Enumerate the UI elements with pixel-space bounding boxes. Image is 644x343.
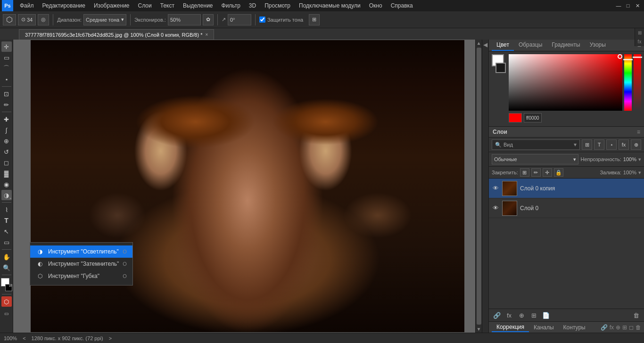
lock-transparent-btn[interactable]: ⊞ (520, 168, 529, 177)
eyedropper-tool[interactable]: ✏ (1, 99, 12, 110)
sponge-tool-option[interactable]: ⬡ Инструмент "Губка" O (30, 270, 132, 282)
delete-layer-btn[interactable]: 🗑 (631, 311, 641, 319)
scroll-down[interactable]: ▼ (476, 326, 482, 333)
menu-view[interactable]: Просмотр (261, 1, 294, 10)
filter-pixel-btn[interactable]: ⊞ (582, 139, 592, 150)
maximize-button[interactable]: □ (623, 1, 633, 10)
lock-artboard-btn[interactable]: 🔒 (554, 168, 563, 177)
scroll-up[interactable]: ▲ (476, 40, 482, 47)
menu-window[interactable]: Окно (365, 1, 386, 10)
gradients-tab[interactable]: Градиенты (547, 40, 585, 51)
quick-mask-btn[interactable]: ⬡ (1, 296, 12, 307)
scroll-thumb-v[interactable] (477, 48, 481, 325)
menu-image[interactable]: Изображение (90, 1, 133, 10)
menu-filter[interactable]: Фильтр (218, 1, 244, 10)
tool-options-icon[interactable]: ⬡ (3, 14, 16, 25)
nav-left[interactable]: < (23, 335, 25, 341)
patterns-tab[interactable]: Узоры (585, 40, 611, 51)
filter-text-btn[interactable]: ⋆ (606, 139, 617, 150)
add-style-btn[interactable]: fx (504, 311, 514, 319)
lock-pixels-btn[interactable]: ✏ (531, 168, 541, 177)
minimize-button[interactable]: — (614, 1, 623, 10)
layer-item-copy[interactable]: 👁 Слой 0 копия (489, 179, 644, 198)
shape-tool[interactable]: ▭ (1, 237, 12, 247)
lasso-tool[interactable]: ⌒ (1, 63, 12, 74)
menu-edit[interactable]: Редактирование (39, 1, 89, 10)
airbrush-btn[interactable]: ✿ (203, 14, 214, 25)
fg-bg-color-picker[interactable]: ⇌ (1, 278, 12, 291)
filter-adj-btn[interactable]: T (594, 139, 604, 150)
clone-stamp-tool[interactable]: ⊕ (1, 136, 12, 146)
background-swatch[interactable] (495, 63, 506, 73)
hex-input[interactable]: ff0000 (524, 113, 542, 122)
brush-picker[interactable]: ⊙ 34 (18, 14, 36, 25)
brush-tool[interactable]: ∫ (1, 125, 12, 135)
filter-fx-btn[interactable]: fx (619, 139, 629, 150)
standard-screen-btn[interactable]: ▭ (1, 308, 12, 318)
history-brush-tool[interactable]: ↺ (1, 147, 12, 157)
hand-tool[interactable]: ✋ (1, 252, 12, 262)
link-layers-btn[interactable]: 🔗 (492, 311, 502, 319)
eraser-tool[interactable]: ◻ (1, 157, 12, 168)
dodge-tool-option[interactable]: ◑ Инструмент "Осветлитель" O (30, 245, 132, 258)
add-mask-btn[interactable]: ⊕ (516, 311, 527, 319)
layer-visibility-copy[interactable]: 👁 (492, 185, 499, 192)
close-button[interactable]: ✕ (633, 1, 642, 10)
mask-icon[interactable]: ◻ (629, 324, 634, 331)
protect-tones-checkbox[interactable] (259, 16, 265, 23)
filter-smart-btn[interactable]: ⊕ (631, 139, 641, 150)
menu-layers[interactable]: Слои (134, 1, 156, 10)
hardness-btn[interactable]: ◎ (38, 14, 49, 25)
delete-icon[interactable]: 🗑 (636, 324, 641, 331)
paths-tab[interactable]: Контуры (559, 323, 590, 332)
fill-value[interactable]: 100% (623, 170, 636, 175)
selection-rect-tool[interactable]: ▭ (1, 52, 12, 63)
pressure-btn[interactable]: ⊞ (309, 14, 320, 25)
exposure-control[interactable]: 50% (168, 14, 201, 25)
menu-help[interactable]: Справка (387, 1, 417, 10)
menu-plugins[interactable]: Подключаемые модули (295, 1, 364, 10)
color-preview-box[interactable] (509, 113, 522, 122)
corrections-tab[interactable]: Коррекция (492, 323, 529, 332)
menu-3d[interactable]: 3D (245, 1, 260, 10)
nav-right[interactable]: > (109, 335, 112, 341)
magic-wand-tool[interactable]: ⋆ (1, 74, 12, 84)
channels-tab[interactable]: Каналы (529, 323, 559, 332)
blur-tool[interactable]: ◉ (1, 179, 12, 189)
new-fill-icon[interactable]: ⊕ (616, 324, 620, 331)
menu-text[interactable]: Текст (157, 1, 178, 10)
path-select-tool[interactable]: ↖ (1, 226, 12, 237)
move-tool[interactable]: ✛ (1, 41, 12, 52)
alpha-strip[interactable] (634, 54, 641, 111)
new-layer-btn[interactable]: 📄 (541, 311, 551, 319)
color-tab[interactable]: Цвет (492, 40, 514, 51)
menu-selection[interactable]: Выделение (179, 1, 217, 10)
dodge-burn-tool[interactable]: ◑ ▸ (1, 190, 12, 200)
text-tool[interactable]: T (1, 215, 12, 226)
layer-visibility-base[interactable]: 👁 (492, 204, 499, 212)
color-gradient-field[interactable] (509, 54, 622, 111)
heal-tool[interactable]: ✚ (1, 114, 12, 124)
blend-mode-dropdown[interactable]: Обычные ▾ (492, 154, 578, 164)
opacity-value[interactable]: 100% (623, 156, 636, 162)
panel-icon-2[interactable]: fx (635, 40, 644, 46)
swap-colors[interactable]: ⇌ (9, 284, 12, 288)
zoom-tool[interactable]: 🔍 (1, 262, 12, 273)
crop-tool[interactable]: ⊡ (1, 89, 12, 99)
hue-strip[interactable] (624, 54, 632, 111)
tab-close-btn[interactable]: × (206, 32, 208, 37)
angle-control[interactable]: 0° (228, 14, 251, 25)
menu-file[interactable]: Файл (16, 1, 38, 10)
fx-icon[interactable]: fx (610, 324, 614, 331)
vertical-scrollbar[interactable]: ▲ ▼ (475, 40, 482, 333)
layers-search-box[interactable]: 🔍 Вид ▾ (492, 139, 580, 150)
panel-toggle[interactable]: ◀ (482, 40, 488, 333)
document-tab[interactable]: 377778f78917695c3e1fc67bd42dd825.jpg @ 1… (19, 29, 214, 40)
new-layer-icon[interactable]: ⊞ (622, 324, 627, 331)
gradient-tool[interactable]: ▓ (1, 168, 12, 179)
burn-tool-option[interactable]: ◐ Инструмент "Затемнитель" O (30, 258, 132, 270)
range-dropdown[interactable]: Средние тона ▾ (83, 14, 126, 25)
layer-item-base[interactable]: 👁 Слой 0 (489, 198, 644, 218)
layers-panel-menu[interactable]: ≡ (637, 129, 640, 135)
swatches-tab[interactable]: Образцы (514, 40, 547, 51)
